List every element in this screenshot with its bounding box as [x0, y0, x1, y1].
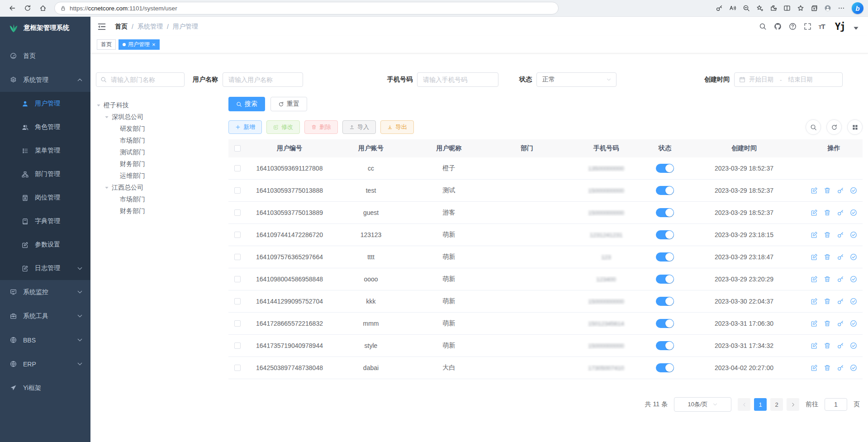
delete-user-icon[interactable]: [824, 187, 831, 194]
reset-password-icon[interactable]: [837, 342, 844, 349]
reset-password-icon[interactable]: [837, 298, 844, 305]
sidebar-item-参数设置[interactable]: 参数设置: [0, 233, 90, 257]
edit-user-icon[interactable]: [811, 253, 818, 261]
sidebar-item-部门管理[interactable]: 部门管理: [0, 162, 90, 186]
delete-user-icon[interactable]: [824, 209, 831, 216]
read-aloud-button[interactable]: [726, 1, 740, 15]
tree-node-财务部门[interactable]: 财务部门: [96, 205, 228, 217]
tree-node-运维部门[interactable]: 运维部门: [96, 170, 228, 182]
tab-首页[interactable]: 首页: [97, 39, 116, 50]
sidebar-item-角色管理[interactable]: 角色管理: [0, 115, 90, 139]
delete-user-icon[interactable]: [824, 298, 831, 305]
tree-node-橙子科技[interactable]: 橙子科技: [96, 100, 228, 111]
more-options-button[interactable]: [835, 1, 848, 15]
delete-user-icon[interactable]: [824, 231, 831, 238]
reset-password-icon[interactable]: [837, 276, 844, 283]
tree-node-市场部门[interactable]: 市场部门: [96, 135, 228, 147]
status-toggle[interactable]: [656, 186, 674, 195]
github-icon[interactable]: [774, 23, 782, 30]
search-icon[interactable]: [759, 23, 767, 30]
goto-page-input[interactable]: [825, 398, 847, 411]
page-button-1[interactable]: 1: [754, 398, 767, 411]
row-checkbox[interactable]: [234, 276, 241, 282]
status-toggle[interactable]: [656, 341, 674, 350]
assign-role-icon[interactable]: [850, 209, 857, 216]
favorites-add-button[interactable]: [753, 1, 767, 15]
row-checkbox[interactable]: [234, 232, 241, 238]
reset-button[interactable]: 重置: [270, 97, 307, 111]
phone-input[interactable]: [417, 72, 498, 87]
tree-node-财务部门[interactable]: 财务部门: [96, 158, 228, 170]
sidebar-item-菜单管理[interactable]: 菜单管理: [0, 139, 90, 162]
delete-user-icon[interactable]: [824, 276, 831, 283]
edit-user-icon[interactable]: [811, 231, 818, 238]
split-screen-button[interactable]: [780, 1, 794, 15]
user-avatar-logo[interactable]: Yj: [835, 21, 845, 32]
sidebar-item-字典管理[interactable]: 字典管理: [0, 209, 90, 233]
browser-home-button[interactable]: [35, 1, 51, 15]
edit-user-icon[interactable]: [811, 342, 818, 349]
tree-expand-caret-icon[interactable]: [104, 185, 109, 190]
sidebar-item-Yi框架[interactable]: Yi框架: [0, 376, 90, 400]
sidebar-item-BBS[interactable]: BBS: [0, 328, 90, 352]
row-checkbox[interactable]: [234, 254, 241, 260]
tree-expand-caret-icon[interactable]: [104, 114, 109, 120]
export-button[interactable]: 导出: [380, 120, 414, 134]
font-size-icon[interactable]: TT: [819, 23, 825, 30]
row-checkbox[interactable]: [234, 187, 241, 194]
close-icon[interactable]: ×: [152, 42, 156, 48]
search-button[interactable]: 搜索: [228, 97, 265, 111]
sidebar-fold-icon[interactable]: [97, 22, 107, 32]
sidebar-item-ERP[interactable]: ERP: [0, 352, 90, 376]
reset-password-icon[interactable]: [837, 364, 844, 371]
edit-user-icon[interactable]: [811, 276, 818, 283]
status-toggle[interactable]: [656, 208, 674, 217]
status-toggle[interactable]: [656, 319, 674, 328]
assign-role-icon[interactable]: [850, 342, 857, 349]
fullscreen-icon[interactable]: [804, 23, 811, 30]
tree-node-深圳总公司[interactable]: 深圳总公司: [96, 111, 228, 123]
page-size-select[interactable]: 10条/页: [674, 397, 731, 412]
edit-user-icon[interactable]: [811, 209, 818, 216]
assign-role-icon[interactable]: [850, 320, 857, 327]
assign-role-icon[interactable]: [850, 253, 857, 261]
status-toggle[interactable]: [656, 164, 674, 173]
user-dropdown-caret-icon[interactable]: [852, 24, 860, 32]
grid-tool-button[interactable]: [847, 119, 863, 135]
import-button[interactable]: 导入: [342, 120, 376, 134]
edit-user-icon[interactable]: [811, 187, 818, 194]
status-select[interactable]: 正常: [536, 72, 617, 87]
sidebar-item-日志管理[interactable]: 日志管理: [0, 257, 90, 280]
status-toggle[interactable]: [656, 297, 674, 306]
edit-user-icon[interactable]: [811, 298, 818, 305]
question-icon[interactable]: [789, 23, 797, 30]
sidebar-item-首页[interactable]: 首页: [0, 44, 90, 68]
breadcrumb-item-系统管理[interactable]: 系统管理: [138, 23, 163, 31]
zoom-out-button[interactable]: [740, 1, 753, 15]
delete-user-icon[interactable]: [824, 253, 831, 261]
tree-node-研发部门[interactable]: 研发部门: [96, 123, 228, 135]
row-checkbox[interactable]: [234, 298, 241, 304]
assign-role-icon[interactable]: [850, 364, 857, 371]
reset-password-icon[interactable]: [837, 253, 844, 261]
password-key-button[interactable]: [712, 1, 726, 15]
select-all-checkbox[interactable]: [234, 145, 241, 152]
status-toggle[interactable]: [656, 230, 674, 239]
status-toggle[interactable]: [656, 252, 674, 261]
assign-role-icon[interactable]: [850, 187, 857, 194]
tree-expand-caret-icon[interactable]: [96, 103, 101, 108]
search-tool-button[interactable]: [806, 119, 821, 135]
sidebar-item-用户管理[interactable]: 用户管理: [0, 92, 90, 115]
tab-用户管理[interactable]: 用户管理×: [119, 39, 160, 50]
sidebar-item-系统工具[interactable]: 系统工具: [0, 304, 90, 328]
reset-password-icon[interactable]: [837, 187, 844, 194]
edit-user-icon[interactable]: [811, 364, 818, 371]
bing-chat-button[interactable]: b: [852, 2, 863, 14]
profile-avatar-button[interactable]: [821, 1, 835, 15]
address-bar[interactable]: https://ccnetcore.com:1101/system/user: [54, 2, 559, 14]
edit-user-icon[interactable]: [811, 320, 818, 327]
tree-node-市场部门[interactable]: 市场部门: [96, 194, 228, 205]
add-button[interactable]: 新增: [228, 120, 262, 134]
reset-password-icon[interactable]: [837, 231, 844, 238]
row-checkbox[interactable]: [234, 320, 241, 327]
